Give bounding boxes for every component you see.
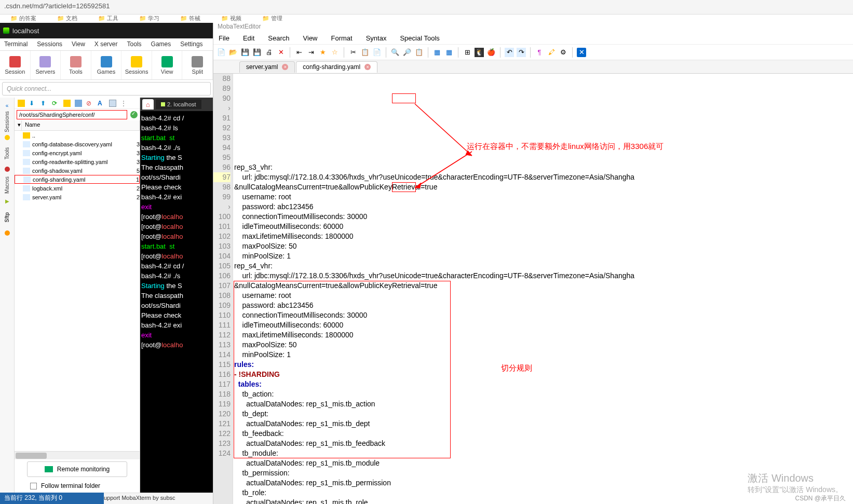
- moba-menu-item[interactable]: Terminal: [4, 40, 28, 48]
- windows-activation-watermark: 激活 Windows 转到"设置"以激活 Windows。: [748, 471, 843, 495]
- file-row[interactable]: server.yaml2: [15, 193, 140, 201]
- code-content[interactable]: 运行在容器中，不需要额外走linux网络访问，用3306就可 切分规则 rep_…: [233, 74, 853, 504]
- penguin-icon[interactable]: 🐧: [475, 48, 484, 57]
- editor-toolbar[interactable]: 📄 📂 💾 💾 🖨 ✕ ⇤ ⇥ ★ ☆ ✂ 📋 📄 🔍 🔎 📋 ▦ ▦ ⊞ 🐧: [213, 45, 853, 60]
- editor-tab-server[interactable]: server.yaml×: [239, 61, 295, 73]
- tb-games[interactable]: Games: [91, 51, 122, 79]
- file-row[interactable]: config-sharding.yaml1: [15, 175, 140, 184]
- sftp-path-input[interactable]: [17, 110, 127, 119]
- moba-menu-item[interactable]: Tools: [127, 40, 142, 48]
- moba-menu-item[interactable]: Settings: [180, 40, 202, 48]
- apple-icon[interactable]: 🍎: [486, 48, 496, 57]
- block1-icon[interactable]: ▦: [432, 48, 442, 57]
- tab-close-icon[interactable]: ×: [282, 64, 288, 70]
- tb-view[interactable]: View: [152, 51, 183, 79]
- folder-icon[interactable]: [18, 100, 25, 107]
- tb-servers[interactable]: Servers: [31, 51, 61, 79]
- terminal-panel[interactable]: ⌂ 2. localhost bash-4.2# cd /bash-4.2# l…: [140, 98, 213, 493]
- open-icon[interactable]: 📂: [228, 48, 238, 57]
- monitor-icon: [45, 466, 53, 472]
- ed-menu-item[interactable]: Search: [268, 34, 289, 43]
- pilcrow-icon[interactable]: ¶: [535, 48, 544, 57]
- redo-icon[interactable]: ↷: [517, 48, 526, 57]
- x-icon[interactable]: ✕: [577, 48, 586, 57]
- print-icon[interactable]: 🖨: [264, 48, 274, 57]
- tb-split[interactable]: Split: [182, 51, 213, 79]
- search-icon[interactable]: 🔍: [390, 48, 400, 57]
- copy-icon[interactable]: 📋: [360, 48, 370, 57]
- sftp-hscroll[interactable]: [15, 451, 140, 459]
- ed-menu-item[interactable]: Edit: [243, 34, 254, 43]
- sftp-panel: ⬇ ⬆ ⟳ ⊘ A ⋮ ▾Name ..config-datab: [15, 98, 140, 493]
- quick-connect-input[interactable]: Quick connect...: [2, 82, 211, 96]
- tb-sessions[interactable]: Sessions: [121, 51, 152, 79]
- moba-menu-item[interactable]: Games: [151, 40, 171, 48]
- file-row[interactable]: config-shadow.yaml5: [15, 166, 140, 175]
- indent-icon[interactable]: ⇥: [306, 48, 316, 57]
- win-icon[interactable]: ⊞: [463, 48, 472, 57]
- editor-tabs[interactable]: server.yaml× config-sharding.yaml×: [213, 60, 853, 74]
- file-row[interactable]: ..: [15, 131, 140, 140]
- url-bar: .csdn.net/md/?articleId=126592581: [0, 0, 853, 15]
- side-tab-tools[interactable]: Tools: [4, 147, 10, 159]
- file-list-header[interactable]: ▾Name: [15, 120, 140, 131]
- terminal-tab[interactable]: 2. localhost: [156, 100, 201, 109]
- star2-icon[interactable]: ☆: [330, 48, 340, 57]
- moba-menu-item[interactable]: Sessions: [37, 40, 62, 48]
- follow-terminal-checkbox[interactable]: Follow terminal folder: [15, 479, 140, 493]
- side-tab-sessions[interactable]: Sessions: [4, 111, 10, 132]
- annotation-text-2: 切分规则: [501, 363, 532, 373]
- gear-icon[interactable]: ⚙: [559, 48, 568, 57]
- tb-session[interactable]: Session: [0, 51, 31, 79]
- file-row[interactable]: config-encrypt.yaml3: [15, 148, 140, 157]
- side-tab-macros[interactable]: Macros: [4, 176, 10, 194]
- new-icon[interactable]: 📄: [216, 48, 226, 57]
- csdn-watermark: CSDN @承平日久: [795, 494, 846, 503]
- sftp-iconbar[interactable]: ⬇ ⬆ ⟳ ⊘ A ⋮: [15, 98, 140, 109]
- file-row[interactable]: logback.xml2: [15, 184, 140, 193]
- editor-tab-sharding[interactable]: config-sharding.yaml×: [296, 61, 377, 73]
- file-icon[interactable]: [75, 100, 82, 107]
- moba-toolbar: SessionServersToolsGamesSessionsViewSpli…: [0, 51, 213, 80]
- moba-menu-item[interactable]: X server: [94, 40, 118, 48]
- tab-close-icon[interactable]: ×: [364, 64, 371, 70]
- file-row[interactable]: config-readwrite-splitting.yaml3: [15, 157, 140, 166]
- goto-icon[interactable]: 📋: [414, 48, 424, 57]
- ed-menu-item[interactable]: Special Tools: [400, 34, 439, 43]
- sftp-icon: [5, 230, 10, 236]
- undo-icon[interactable]: ↶: [505, 48, 514, 57]
- star-icon[interactable]: ★: [318, 48, 328, 57]
- status-bar: 当前行 232, 当前列 0: [0, 493, 104, 504]
- cut-icon[interactable]: ✂: [348, 48, 358, 57]
- paste-icon[interactable]: 📄: [372, 48, 382, 57]
- editor-area[interactable]: 888990 ›919293949596979899 ›100101102103…: [213, 74, 853, 504]
- moba-side-tabs[interactable]: « Sessions Tools Macros ▶ Sftp: [0, 98, 15, 493]
- edit-icon[interactable]: [109, 100, 116, 107]
- saveall-icon[interactable]: 💾: [252, 48, 262, 57]
- outdent-icon[interactable]: ⇤: [294, 48, 304, 57]
- side-tab-sftp[interactable]: Sftp: [4, 212, 10, 222]
- close-icon[interactable]: ✕: [276, 48, 286, 57]
- terminal-home-tab[interactable]: ⌂: [142, 99, 154, 110]
- file-row[interactable]: config-database-discovery.yaml3: [15, 140, 140, 148]
- ed-menu-item[interactable]: View: [303, 34, 318, 43]
- checkbox-icon[interactable]: [30, 483, 37, 489]
- editor-menubar[interactable]: FileEditSearchViewFormatSyntaxSpecial To…: [213, 33, 853, 45]
- newfolder-icon[interactable]: [63, 100, 71, 107]
- annotation-text-1: 运行在容器中，不需要额外走linux网络访问，用3306就可: [467, 141, 664, 151]
- remote-monitoring-button[interactable]: Remote monitoring: [27, 461, 127, 477]
- record-icon: [5, 167, 10, 172]
- save-icon[interactable]: 💾: [240, 48, 250, 57]
- moba-menu-item[interactable]: View: [72, 40, 85, 48]
- ed-menu-item[interactable]: Format: [331, 34, 353, 43]
- terminal-output: bash-4.2# cd /bash-4.2# lsstart.bat stba…: [140, 111, 213, 352]
- replace-icon[interactable]: 🔎: [402, 48, 412, 57]
- ed-menu-item[interactable]: Syntax: [366, 34, 387, 43]
- moba-menubar[interactable]: TerminalSessionsViewX serverToolsGamesSe…: [0, 38, 213, 51]
- file-list[interactable]: ..config-database-discovery.yaml3config-…: [15, 131, 140, 451]
- tb-tools[interactable]: Tools: [61, 51, 91, 79]
- highlight-icon[interactable]: 🖍: [547, 48, 556, 57]
- ed-menu-item[interactable]: File: [219, 34, 229, 43]
- editor-titlebar: MobaTextEditor: [213, 23, 853, 33]
- block2-icon[interactable]: ▦: [444, 48, 454, 57]
